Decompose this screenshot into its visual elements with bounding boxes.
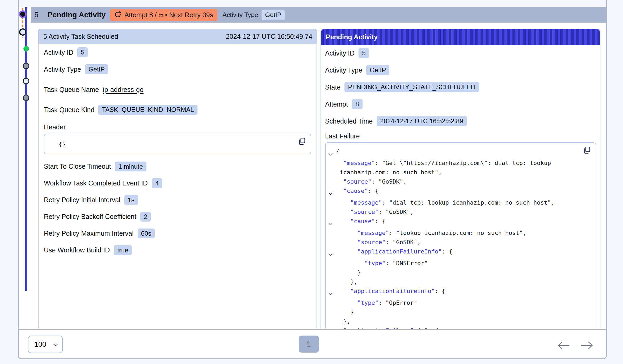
code-line: "applicationFailureInfo": { [327, 286, 593, 298]
copy-icon[interactable] [583, 146, 591, 154]
pending-activity-panel-title: Pending Activity [326, 33, 378, 41]
field-label: Retry Policy Maximum Interval [44, 230, 134, 237]
detail-field-row: Scheduled Time 2024-12-17 UTC 16:52:52.8… [321, 113, 600, 130]
chevron-spacer [327, 298, 336, 307]
code-line-text: "applicationFailureInfo": { [336, 286, 445, 298]
code-line: "type": "OpError" [327, 298, 593, 307]
pending-activity-panel: Pending Activity Activity ID 5 Activity … [321, 29, 600, 329]
chevron-spacer [327, 317, 336, 326]
chevron-spacer [327, 307, 336, 317]
field-value: 4 [152, 178, 162, 188]
code-line: "type": "DNSError" [327, 259, 593, 268]
retry-icon [114, 11, 121, 19]
code-line: "applicationFailureInfo": { [327, 247, 593, 259]
code-line-text: "source": "GoSDK", [336, 238, 421, 247]
code-line: "message": "Get \"https://icanhazip.com\… [327, 158, 593, 168]
code-line-text: { [336, 147, 340, 158]
code-line-text: "type": "OpError" [336, 298, 417, 307]
detail-field-row: Workflow Task Completed Event ID 4 [39, 175, 317, 192]
row-top-spacer [19, 0, 606, 7]
collapse-chevron-icon[interactable] [327, 186, 336, 198]
code-line: "cause": { [327, 186, 593, 198]
detail-field-row: State PENDING_ACTIVITY_STATE_SCHEDULED [321, 79, 600, 96]
code-line: } [327, 307, 593, 317]
code-line-text: "applicationFailureInfo": { [336, 326, 438, 329]
pending-activity-row-header[interactable]: 5 Pending Activity Attempt 8 / ∞ • Next … [31, 7, 606, 23]
field-label: Task Queue Kind [44, 106, 94, 114]
previous-page-icon[interactable] [558, 341, 570, 350]
workflow-event-detail-page: 5 Pending Activity Attempt 8 / ∞ • Next … [0, 0, 623, 364]
field-label: Scheduled Time [325, 117, 373, 125]
field-value: 60s [138, 228, 155, 239]
event-timestamp: 2024-12-17 UTC 16:50:49.74 [226, 33, 312, 40]
field-value: 2 [140, 212, 151, 222]
page-size-value: 100 [34, 340, 46, 349]
detail-field-row: Start To Close Timeout 1 minute [39, 158, 317, 175]
event-summary-title: 5 Activity Task Scheduled [43, 33, 118, 40]
last-failure-label: Last Failure [325, 130, 600, 142]
field-value: 5 [77, 47, 88, 57]
detail-field-row: Task Queue Name ip-address-go [39, 81, 317, 98]
header-payload-label: Header [44, 120, 317, 134]
code-line-text: "message": "lookup icanhazip.com: no suc… [336, 228, 526, 238]
detail-field-row: Retry Policy Backoff Coefficient 2 [39, 208, 317, 225]
field-value: PENDING_ACTIVITY_STATE_SCHEDULED [344, 82, 479, 92]
current-page-button[interactable]: 1 [299, 336, 319, 353]
field-label: Retry Policy Initial Interval [44, 196, 120, 204]
field-value: GetIP [366, 65, 389, 75]
code-line-text: "cause": { [336, 186, 378, 198]
collapse-chevron-icon[interactable] [327, 147, 336, 158]
code-line-text: "source": "GoSDK", [336, 207, 414, 217]
code-line-text: "source": "GoSDK", [336, 177, 407, 186]
field-label: Activity Type [44, 66, 81, 73]
row-title: Pending Activity [48, 11, 106, 19]
code-line: }, [327, 317, 593, 326]
page-size-select[interactable]: 100 [28, 336, 63, 353]
chevron-spacer [327, 198, 336, 207]
field-label: State [325, 83, 340, 91]
field-label: Activity Type [325, 66, 362, 74]
field-label: Start To Close Timeout [44, 163, 111, 170]
code-line-text: } [336, 307, 354, 317]
activity-type-badge: GetIP [262, 10, 285, 20]
event-id-link[interactable]: 5 [34, 11, 38, 19]
attempt-badge-text: Attempt 8 / ∞ • Next Retry 39s [124, 11, 213, 19]
field-value: TASK_QUEUE_KIND_NORMAL [98, 105, 197, 115]
code-line: "source": "GoSDK", [327, 238, 593, 247]
code-line: "cause": { [327, 217, 593, 228]
chevron-spacer [327, 259, 336, 268]
collapse-chevron-icon[interactable] [327, 326, 336, 329]
code-line-text: "message": "Get \"https://icanhazip.com\… [336, 158, 551, 168]
field-label: Retry Policy Backoff Coefficient [44, 213, 136, 221]
code-line: icanhazip.com: no such host", [327, 168, 593, 177]
code-line-text: "message": "dial tcp: lookup icanhazip.c… [336, 198, 554, 207]
field-value: 8 [352, 99, 362, 109]
detail-field-row: Use Workflow Build ID true [39, 242, 317, 259]
code-line-text: "type": "DNSError" [336, 259, 428, 268]
collapse-chevron-icon[interactable] [327, 217, 336, 228]
field-label: Use Workflow Build ID [44, 246, 110, 254]
next-page-icon[interactable] [581, 341, 593, 350]
detail-field-row: Activity ID 5 [39, 44, 317, 61]
code-line: }, [327, 277, 593, 286]
field-label: Activity ID [325, 49, 355, 57]
chevron-spacer [327, 238, 336, 247]
event-summary-header[interactable]: 5 Activity Task Scheduled 2024-12-17 UTC… [39, 29, 317, 44]
activity-task-scheduled-panel: 5 Activity Task Scheduled 2024-12-17 UTC… [38, 29, 317, 329]
collapse-chevron-icon[interactable] [327, 247, 336, 259]
code-line-text: "applicationFailureInfo": { [336, 247, 452, 259]
detail-field-row: Retry Policy Initial Interval 1s [39, 192, 317, 208]
chevron-spacer [327, 158, 336, 168]
code-line: { [327, 147, 593, 158]
copy-icon[interactable] [298, 137, 306, 145]
detail-field-row: Activity ID 5 [321, 45, 600, 62]
field-label: Workflow Task Completed Event ID [44, 179, 148, 187]
field-value[interactable]: ip-address-go [103, 86, 144, 94]
chevron-spacer [327, 277, 336, 286]
code-line: "source": "GoSDK", [327, 177, 593, 186]
detail-field-row: Activity Type GetIP [321, 62, 600, 79]
detail-field-row: Retry Policy Maximum Interval 60s [39, 225, 317, 242]
code-line: "message": "dial tcp: lookup icanhazip.c… [327, 198, 593, 207]
event-timeline-gutter [19, 7, 31, 329]
collapse-chevron-icon[interactable] [327, 286, 336, 298]
